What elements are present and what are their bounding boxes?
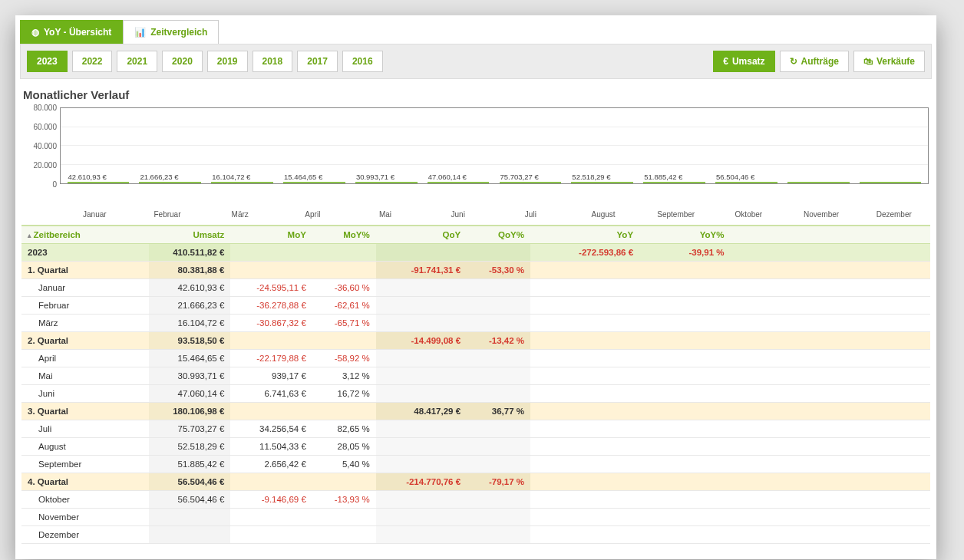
€-icon: € xyxy=(723,56,728,67)
metric-button-verkaeufe[interactable]: 🛍Verkäufe xyxy=(853,51,925,72)
bar-august[interactable]: 52.518,29 € xyxy=(571,182,633,183)
cell-pad xyxy=(730,420,930,438)
year-button-2020[interactable]: 2020 xyxy=(162,51,203,72)
cell-range: 4. Quartal xyxy=(21,473,149,491)
cell-yoyp xyxy=(639,420,730,438)
table-body: 2023410.511,82 €-272.593,86 €-39,91 %1. … xyxy=(21,244,930,544)
bar-slot-august: 52.518,29 € xyxy=(566,182,639,183)
col-header-moy[interactable]: MoY xyxy=(230,226,312,244)
chart-plot-area: 42.610,93 €21.666,23 €16.104,72 €15.464,… xyxy=(60,107,929,184)
cell-umsatz: 410.511,82 € xyxy=(149,244,231,262)
cell-moy xyxy=(230,509,312,526)
tab-compare[interactable]: 📊Zeitvergleich xyxy=(123,20,219,44)
🛍-icon: 🛍 xyxy=(863,56,873,67)
cell-yoyp: -39,91 % xyxy=(639,244,730,262)
cell-yoyp xyxy=(639,350,730,367)
cell-moy: -24.595,11 € xyxy=(230,279,312,297)
bar-label: 56.504,46 € xyxy=(716,173,754,181)
year-button-2019[interactable]: 2019 xyxy=(207,51,248,72)
cell-qoy xyxy=(376,385,467,403)
table-row: 1. Quartal80.381,88 €-91.741,31 €-53,30 … xyxy=(21,262,930,279)
col-header-moy[interactable]: MoY% xyxy=(312,226,376,244)
bar-märz[interactable]: 16.104,72 € xyxy=(211,182,273,183)
bar-juli[interactable]: 75.703,27 € xyxy=(500,182,562,183)
primary-tabs: ◍YoY - Übersicht📊Zeitvergleich xyxy=(20,20,932,44)
cell-yoy xyxy=(530,262,639,279)
cell-yoyp xyxy=(639,473,730,491)
cell-range: Mai xyxy=(21,367,149,385)
cell-umsatz: 21.666,23 € xyxy=(149,297,231,315)
monthly-bar-chart: 020.00040.00060.00080.000 42.610,93 €21.… xyxy=(20,107,932,207)
cell-qoy: -14.499,08 € xyxy=(376,332,467,350)
table-row: April15.464,65 €-22.179,88 €-58,92 % xyxy=(21,350,930,367)
tab-overview[interactable]: ◍YoY - Übersicht xyxy=(20,20,123,44)
cell-range: 2. Quartal xyxy=(21,332,149,350)
data-table-wrap: ZeitbereichUmsatzMoYMoY%QoYQoY%YoYYoY% 2… xyxy=(20,219,932,544)
cell-range: Dezember xyxy=(21,526,149,544)
cell-pad xyxy=(730,491,930,509)
bar-november[interactable] xyxy=(787,182,850,183)
year-button-2016[interactable]: 2016 xyxy=(342,51,383,72)
cell-qoyp: -79,17 % xyxy=(467,473,530,491)
col-header-zeitbereich[interactable]: Zeitbereich xyxy=(21,226,149,244)
data-table: ZeitbereichUmsatzMoYMoY%QoYQoY%YoYYoY% 2… xyxy=(21,225,930,544)
bar-label: 51.885,42 € xyxy=(644,173,682,181)
col-header-yoy[interactable]: YoY xyxy=(530,226,639,244)
year-button-2021[interactable]: 2021 xyxy=(117,51,157,72)
dashboard-card: ◍YoY - Übersicht📊Zeitvergleich 202320222… xyxy=(15,15,936,559)
col-header-qoy[interactable]: QoY% xyxy=(467,226,530,244)
cell-qoy xyxy=(376,297,467,315)
cell-moyp xyxy=(312,403,376,420)
bar-juni[interactable]: 47.060,14 € xyxy=(428,182,490,183)
cell-range: 1. Quartal xyxy=(21,262,149,279)
cell-qoy: 48.417,29 € xyxy=(376,403,467,420)
year-button-2018[interactable]: 2018 xyxy=(253,51,293,72)
cell-umsatz: 56.504,46 € xyxy=(149,473,231,491)
cell-pad xyxy=(730,350,930,367)
year-button-2023[interactable]: 2023 xyxy=(27,51,68,72)
col-header-qoy[interactable]: QoY xyxy=(376,226,467,244)
bar-slot-juni: 47.060,14 € xyxy=(422,182,494,183)
table-row: 3. Quartal180.106,98 €48.417,29 €36,77 % xyxy=(21,403,930,420)
metric-button-auftraege[interactable]: ↻Aufträge xyxy=(780,51,849,72)
col-header-pad xyxy=(730,226,930,244)
cell-pad xyxy=(730,262,930,279)
cell-qoy xyxy=(376,438,467,456)
cell-pad xyxy=(730,244,930,262)
cell-yoyp xyxy=(639,367,730,385)
cell-yoy xyxy=(530,279,639,297)
bar-slot-april: 15.464,65 € xyxy=(278,182,350,183)
metric-button-umsatz[interactable]: €Umsatz xyxy=(713,51,774,72)
cell-moy: 11.504,33 € xyxy=(230,438,312,456)
bar-april[interactable]: 15.464,65 € xyxy=(283,182,345,183)
cell-moy xyxy=(230,332,312,350)
cell-moyp xyxy=(312,526,376,544)
cell-moyp: -13,93 % xyxy=(312,491,376,509)
bar-februar[interactable]: 21.666,23 € xyxy=(139,182,201,183)
col-header-umsatz[interactable]: Umsatz xyxy=(149,226,231,244)
cell-umsatz: 56.504,46 € xyxy=(149,491,231,509)
year-button-2017[interactable]: 2017 xyxy=(297,51,338,72)
bar-januar[interactable]: 42.610,93 € xyxy=(68,182,130,183)
col-header-yoy[interactable]: YoY% xyxy=(639,226,730,244)
cell-moyp: -62,61 % xyxy=(312,297,376,315)
year-button-2022[interactable]: 2022 xyxy=(72,51,113,72)
x-label: Juli xyxy=(494,207,567,219)
cell-qoyp xyxy=(467,315,530,332)
cell-umsatz xyxy=(149,526,231,544)
bar-dezember[interactable] xyxy=(860,182,922,183)
cell-qoyp xyxy=(467,350,530,367)
cell-qoy xyxy=(376,367,467,385)
bar-oktober[interactable]: 56.504,46 € xyxy=(715,182,777,183)
x-label: September xyxy=(639,207,712,219)
cell-umsatz: 16.104,72 € xyxy=(149,315,231,332)
cell-moy: -36.278,88 € xyxy=(230,297,312,315)
cell-range: August xyxy=(21,438,149,456)
cell-yoy: -272.593,86 € xyxy=(530,244,639,262)
bar-september[interactable]: 51.885,42 € xyxy=(643,182,705,183)
x-label: Oktober xyxy=(712,207,785,219)
bar-mai[interactable]: 30.993,71 € xyxy=(355,182,418,183)
cell-umsatz: 47.060,14 € xyxy=(149,385,231,403)
y-tick: 80.000 xyxy=(33,104,57,112)
cell-yoyp xyxy=(639,491,730,509)
